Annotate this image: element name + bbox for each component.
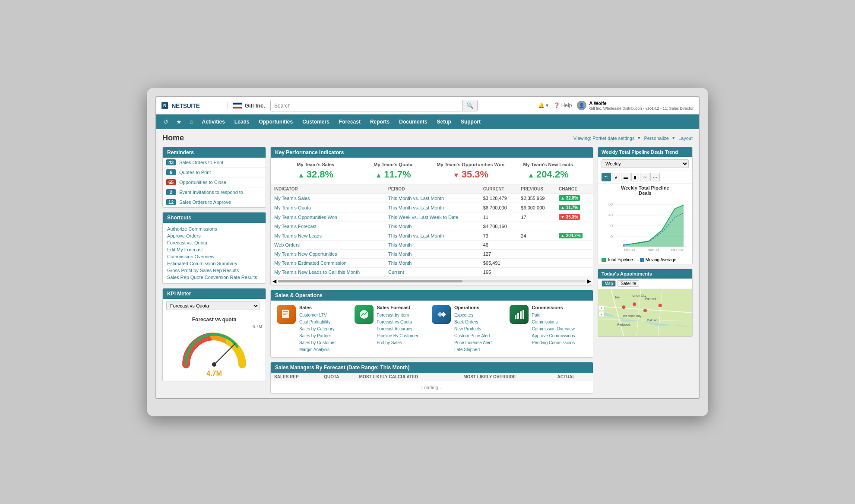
scroll-right-icon[interactable]: ▶ [587, 278, 591, 284]
period-cell[interactable]: This Month [385, 222, 480, 231]
table-row: Web Orders This Month 46 [271, 241, 593, 250]
table-row: Loading... [271, 381, 593, 394]
reminder-label[interactable]: Sales Orders to Print [179, 160, 223, 165]
ops-link[interactable]: Sales by Category [299, 326, 336, 332]
indicator-cell[interactable]: My Team's Estimated Commission [271, 259, 385, 268]
nav-item-forecast[interactable]: Forecast [335, 114, 365, 129]
period-cell[interactable]: This Month [385, 250, 480, 259]
svg-text:Dec '14: Dec '14 [671, 248, 683, 252]
nav-home-icon[interactable]: ⌂ [186, 115, 196, 129]
ops-link[interactable]: Customer LTV [299, 312, 336, 318]
nav-item-documents[interactable]: Documents [395, 114, 431, 129]
period-cell[interactable]: This Month [385, 259, 480, 268]
previous-cell: $2,355,969 [517, 193, 555, 203]
ops-link[interactable]: Custom Price Alert [454, 333, 492, 339]
shortcut-sales-rep-quote[interactable]: Sales Rep Quote Conversion Rate Results [167, 274, 261, 281]
chart-period-select[interactable]: Weekly Monthly Quarterly [602, 159, 689, 168]
kpi-table: Indicator Period Current Previous Change [271, 185, 593, 277]
ops-link[interactable]: Late Shipped [454, 346, 492, 353]
period-cell[interactable]: This Week vs. Last Week to Date [385, 212, 480, 222]
ops-link[interactable]: Pending Commissions [532, 339, 575, 346]
sales-links: Sales Customer LTV Cust Profitability Sa… [299, 305, 336, 353]
chart-type-area[interactable]: ∧ [612, 173, 620, 181]
sales-managers-table: Sales Rep Quota Most Likely Calculated M… [271, 373, 593, 393]
period-cell[interactable]: This Month vs. Last Month [385, 193, 480, 203]
ops-link[interactable]: Forecast vs Quota [377, 319, 418, 325]
shortcut-edit-my-forecast[interactable]: Edit My Forecast [167, 246, 261, 253]
notification-area[interactable]: 🔔 ▾ [538, 102, 548, 108]
svg-text:-: - [601, 312, 602, 316]
arrow-up-icon [298, 169, 306, 180]
period-cell[interactable]: This Month [385, 241, 480, 250]
ops-link[interactable]: Sales by Partner [299, 333, 336, 339]
nav-item-reports[interactable]: Reports [366, 114, 394, 129]
ops-link[interactable]: Margin Analysis [299, 346, 336, 353]
period-cell[interactable]: Current [385, 268, 480, 277]
ops-link[interactable]: Price Increase Alert [454, 339, 492, 346]
ops-link[interactable]: Pipeline By Customer [377, 333, 418, 339]
reminder-label[interactable]: Event Invitations to respond to [179, 190, 243, 195]
col-actual: Actual [554, 373, 593, 381]
indicator-cell[interactable]: My Team's New Leads [271, 231, 385, 241]
chart-type-scatter[interactable]: 〰 [640, 173, 649, 181]
indicator-cell[interactable]: My Team's Quota [271, 203, 385, 212]
indicator-cell[interactable]: My Team's New Opportunities [271, 250, 385, 259]
reminder-label[interactable]: Quotes to Print [179, 170, 211, 175]
shortcut-gross-profit[interactable]: Gross Profit by Sales Rep Results [167, 267, 261, 274]
ops-link[interactable]: Approve Commissions [532, 333, 575, 339]
satellite-view-button[interactable]: Satellite [618, 280, 639, 287]
ops-link[interactable]: Commission Overview [532, 326, 575, 332]
ops-link[interactable]: New Products [454, 326, 492, 332]
user-area[interactable]: 👤 A Wolfe Gill Inc. Wholesale Distributi… [577, 100, 694, 111]
ops-link[interactable]: Expedites [454, 312, 492, 318]
nav-item-setup[interactable]: Setup [433, 114, 456, 129]
nav-history-icon[interactable]: ↺ [160, 115, 172, 129]
ops-link[interactable]: Back Orders [454, 319, 492, 325]
reminder-label[interactable]: Sales Orders to Approve [179, 200, 231, 205]
chart-type-line[interactable]: 〜 [602, 173, 611, 181]
search-button[interactable]: 🔍 [462, 100, 477, 111]
search-input[interactable] [271, 100, 462, 111]
chart-type-bar[interactable]: ▬ [621, 173, 630, 181]
ops-link[interactable]: Forecast Accuracy [377, 326, 418, 332]
laptop-frame: N NETSUITE Gill Inc. 🔍 🔔 ▾ ❓ Help 👤 [147, 88, 708, 416]
indicator-cell[interactable]: My Team's New Leads to Call this Month [271, 268, 385, 277]
chart-type-other[interactable]: ⋯ [650, 173, 660, 181]
shortcut-authorize-commissions[interactable]: Authorize Commissions [167, 225, 261, 232]
shortcut-estimated-commission[interactable]: Estimated Commission Summary [167, 260, 261, 267]
period-cell[interactable]: This Month vs. Last Month [385, 231, 480, 241]
ops-link[interactable]: Commissions [532, 319, 575, 325]
ops-link[interactable]: Frct by Sales [377, 339, 418, 346]
ops-link[interactable]: Forecast by Item [377, 312, 418, 318]
nav-item-customers[interactable]: Customers [298, 114, 334, 129]
indicator-cell[interactable]: My Team's Forecast [271, 222, 385, 231]
company-name[interactable]: Gill Inc. [245, 102, 265, 109]
chart-type-column[interactable]: ▮ [631, 173, 639, 181]
reminder-label[interactable]: Opportunities to Close [179, 180, 226, 185]
layout-btn[interactable]: Layout [678, 136, 693, 141]
viewing-label[interactable]: Viewing: Portlet date settings [573, 136, 635, 141]
nav-star-icon[interactable]: ★ [173, 115, 185, 129]
nav-item-support[interactable]: Support [456, 114, 485, 129]
ops-sales-section: Sales Customer LTV Cust Profitability Sa… [277, 305, 355, 353]
personalize-btn[interactable]: Personalize [644, 136, 668, 141]
shortcut-approve-orders[interactable]: Approve Orders [167, 232, 261, 239]
map-view-button[interactable]: Map [602, 280, 616, 287]
nav-item-leads[interactable]: Leads [230, 114, 254, 129]
scroll-left-icon[interactable]: ◀ [272, 278, 276, 284]
svg-rect-9 [520, 311, 522, 319]
ops-link[interactable]: Paid [532, 312, 575, 318]
nav-item-activities[interactable]: Activities [197, 114, 229, 129]
indicator-cell[interactable]: My Team's Opportunities Won [271, 212, 385, 222]
period-cell[interactable]: This Month vs. Last Month [385, 203, 480, 212]
indicator-cell[interactable]: My Team's Sales [271, 193, 385, 203]
ops-link[interactable]: Cust Profitability [299, 319, 336, 325]
shortcut-commission-overview[interactable]: Commission Overview [167, 253, 261, 260]
ops-link[interactable]: Sales by Customer [299, 339, 336, 346]
help-area[interactable]: ❓ Help [554, 102, 572, 108]
kpi-meter-select[interactable]: Forecast vs Quota Sales vs Quota Pipelin… [166, 301, 260, 310]
shortcut-forecast-vs-quota[interactable]: Forecast vs. Quota [167, 239, 261, 246]
indicator-cell[interactable]: Web Orders [271, 241, 385, 250]
kpi-summary-sales: My Team's Sales 32.8% [277, 162, 355, 180]
nav-item-opportunities[interactable]: Opportunities [255, 114, 298, 129]
